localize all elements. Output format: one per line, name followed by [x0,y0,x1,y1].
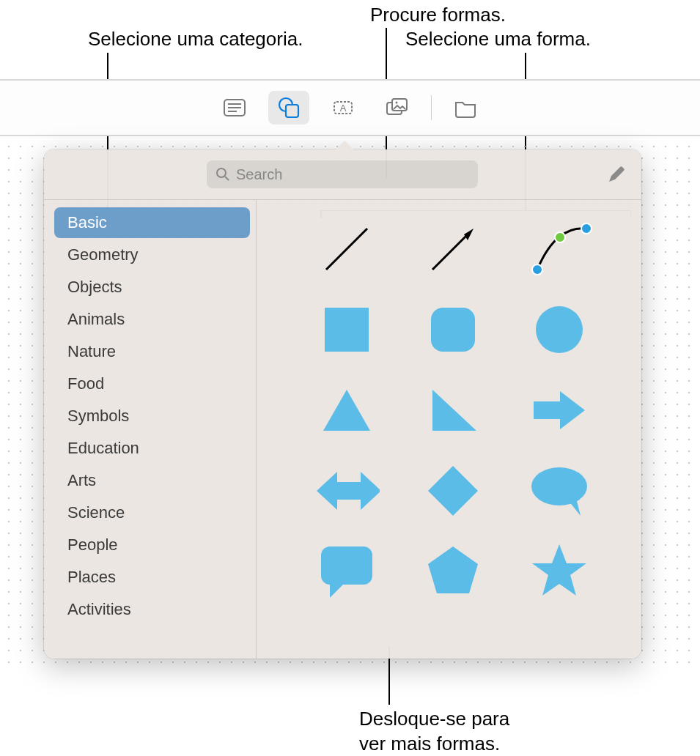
svg-rect-5 [286,105,298,117]
shape-speech-square[interactable] [314,538,380,604]
search-field[interactable] [207,160,478,188]
edit-pen-icon[interactable] [605,163,628,186]
popover-body: Basic Geometry Objects Animals Nature Fo… [44,199,641,659]
sidebar-item-label: People [67,536,118,554]
sidebar-item-people[interactable]: People [54,530,250,560]
shape-arrow-line[interactable] [420,216,486,282]
svg-text:A: A [340,103,347,114]
svg-marker-32 [532,544,586,596]
sidebar-item-symbols[interactable]: Symbols [54,401,250,431]
svg-rect-19 [325,308,369,352]
media-icon[interactable] [377,91,418,125]
textbox-icon[interactable]: A [323,91,364,125]
search-input[interactable] [236,166,469,183]
sidebar-item-activities[interactable]: Activities [54,594,250,625]
sidebar-item-label: Activities [67,600,131,618]
toolbar-divider [431,95,432,120]
folder-icon[interactable] [445,91,486,125]
svg-point-18 [581,223,592,234]
shapes-popover: Basic Geometry Objects Animals Nature Fo… [44,149,641,659]
sidebar-item-label: Places [67,568,116,586]
shape-arrow-right[interactable] [526,377,592,443]
sidebar-item-label: Geometry [67,245,139,264]
shape-rounded-square[interactable] [420,297,486,363]
svg-marker-26 [428,466,478,516]
sidebar-item-label: Science [67,503,125,522]
shape-double-arrow[interactable] [314,458,380,524]
shape-circle[interactable] [526,297,592,363]
sidebar-item-animals[interactable]: Animals [54,304,250,335]
svg-marker-22 [323,390,370,431]
sidebar-item-label: Nature [67,342,116,360]
popover-header [44,149,641,199]
sidebar-item-nature[interactable]: Nature [54,336,250,367]
sidebar-item-food[interactable]: Food [54,368,250,399]
svg-point-27 [531,467,587,505]
callout-search: Procure formas. [370,3,506,28]
sidebar-item-arts[interactable]: Arts [54,465,250,496]
svg-marker-30 [330,583,345,598]
callout-category: Selecione uma categoria. [88,27,303,52]
shape-speech-oval[interactable] [526,458,592,524]
callout-scroll: Desloque-se para ver mais formas. [359,707,509,756]
svg-line-12 [225,177,229,180]
svg-point-17 [555,232,565,242]
callout-select-shape: Selecione uma forma. [405,27,591,52]
svg-point-11 [217,168,226,177]
shape-line[interactable] [314,216,380,282]
sidebar-item-places[interactable]: Places [54,562,250,593]
svg-line-14 [432,233,469,270]
shape-right-triangle[interactable] [420,377,486,443]
svg-line-13 [326,229,367,270]
sidebar-item-education[interactable]: Education [54,433,250,464]
svg-rect-20 [431,308,475,352]
svg-rect-29 [321,546,372,585]
sidebar-item-geometry[interactable]: Geometry [54,240,250,270]
sidebar-item-label: Symbols [67,407,129,425]
svg-marker-15 [464,229,474,240]
popover-arrow [336,141,353,149]
sidebar-item-science[interactable]: Science [54,497,250,528]
svg-marker-31 [428,546,478,593]
shape-triangle[interactable] [314,377,380,443]
shapes-grid[interactable] [257,200,641,659]
svg-point-16 [532,264,542,275]
search-icon [215,167,230,182]
sidebar-item-objects[interactable]: Objects [54,272,250,303]
svg-point-10 [396,102,398,104]
svg-marker-23 [432,390,476,431]
sidebar-item-label: Arts [67,471,96,489]
sidebar-item-label: Objects [67,278,122,296]
sidebar-item-basic[interactable]: Basic [54,207,250,238]
shape-diamond[interactable] [420,458,486,524]
shapes-icon[interactable] [268,91,309,125]
sidebar-item-label: Food [67,374,104,393]
text-icon[interactable] [214,91,255,125]
sidebar-item-label: Basic [67,213,107,231]
shape-curve[interactable] [526,216,592,282]
sidebar-item-label: Education [67,439,139,457]
category-sidebar: Basic Geometry Objects Animals Nature Fo… [44,200,257,659]
svg-point-21 [536,306,583,353]
toolbar: A [0,79,700,136]
shape-square[interactable] [314,297,380,363]
sidebar-item-label: Animals [67,310,125,328]
shape-pentagon[interactable] [420,538,486,604]
svg-marker-24 [534,391,585,429]
shape-star[interactable] [526,538,592,604]
svg-marker-28 [569,498,581,516]
svg-marker-25 [317,472,380,510]
